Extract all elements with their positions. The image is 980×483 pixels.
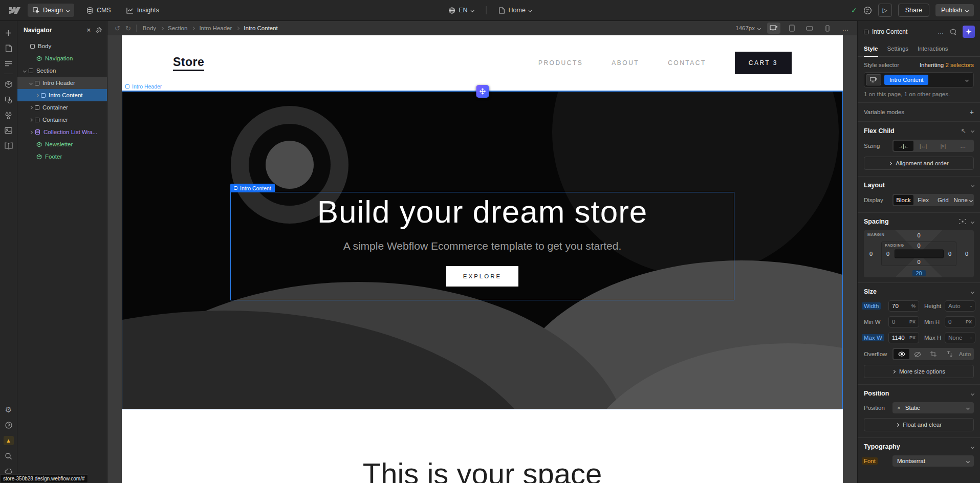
margin-bottom-value[interactable]: 20: [912, 270, 925, 276]
viewport-width-selector[interactable]: 1467px: [735, 25, 760, 31]
max-height-input[interactable]: None -: [945, 332, 975, 343]
pages-icon[interactable]: [0, 40, 17, 56]
min-width-input[interactable]: 0 PX: [888, 316, 919, 327]
libraries-icon[interactable]: [0, 138, 17, 153]
tree-item-collection-list[interactable]: Collection List Wra...: [17, 126, 107, 138]
add-element-icon[interactable]: [0, 25, 17, 40]
collapse-icon[interactable]: [29, 105, 33, 109]
position-dropdown[interactable]: × Static: [892, 402, 974, 413]
add-variable-mode-icon[interactable]: +: [970, 108, 974, 116]
tree-item-intro-content[interactable]: Intro Content: [17, 89, 107, 101]
selector-input[interactable]: Intro Content: [864, 72, 974, 87]
canvas-viewport[interactable]: Store PRODUCTS ABOUT CONTACT CART 3: [107, 35, 857, 483]
collapse-icon[interactable]: [29, 118, 33, 121]
ai-assistant-button[interactable]: [963, 26, 975, 38]
margin-right-value[interactable]: 0: [965, 251, 968, 257]
display-block-option[interactable]: Block: [894, 195, 913, 205]
tab-style[interactable]: Style: [864, 42, 878, 56]
breadcrumb-section[interactable]: Section: [168, 25, 187, 31]
settings-icon[interactable]: ⚙: [0, 402, 17, 418]
tree-item-container[interactable]: Container: [17, 101, 107, 114]
breadcrumb-intro-header[interactable]: Intro Header: [199, 25, 232, 31]
inheriting-count[interactable]: 2 selectors: [945, 62, 974, 68]
padding-bottom-value[interactable]: 0: [917, 259, 920, 265]
pin-icon[interactable]: [96, 27, 102, 33]
cart-button[interactable]: CART 3: [735, 52, 792, 74]
select-parent-icon[interactable]: ↖: [961, 127, 966, 135]
font-dropdown[interactable]: Montserrat: [892, 455, 974, 467]
chevron-down-icon[interactable]: [971, 391, 974, 395]
cms-button[interactable]: CMS: [81, 4, 116, 17]
help-icon[interactable]: [0, 418, 17, 433]
flex-more-icon[interactable]: …: [953, 141, 973, 151]
publish-button[interactable]: Publish: [935, 4, 974, 16]
flex-none-icon[interactable]: |×|: [933, 141, 953, 151]
chevron-down-icon[interactable]: [971, 290, 974, 293]
width-input[interactable]: 70 %: [888, 300, 919, 312]
more-breakpoints-icon[interactable]: …: [839, 23, 852, 34]
chevron-down-icon[interactable]: [971, 129, 974, 133]
variables-icon[interactable]: [0, 107, 17, 123]
explore-button[interactable]: EXPLORE: [446, 266, 518, 287]
breakpoint-tablet-icon[interactable]: [785, 23, 798, 34]
tree-item-footer[interactable]: Footer: [17, 150, 107, 163]
redo-icon[interactable]: ↻: [125, 25, 131, 32]
preview-button[interactable]: ▷: [878, 4, 892, 17]
insights-button[interactable]: Insights: [121, 4, 164, 17]
expand-icon[interactable]: [29, 81, 33, 84]
intro-content-element[interactable]: Intro Content Build your dream store A s…: [230, 192, 734, 300]
components-icon[interactable]: [0, 77, 17, 92]
assets-icon[interactable]: [0, 123, 17, 138]
drag-handle[interactable]: [476, 85, 489, 98]
expand-icon[interactable]: [23, 69, 27, 72]
more-size-options-button[interactable]: More size options: [864, 365, 974, 378]
nav-link-products[interactable]: PRODUCTS: [538, 59, 583, 67]
collapse-icon[interactable]: [29, 130, 33, 134]
close-icon[interactable]: ×: [86, 26, 91, 34]
search-icon[interactable]: [0, 448, 17, 464]
padding-top-value[interactable]: 0: [917, 243, 920, 249]
tab-interactions[interactable]: Interactions: [918, 42, 948, 56]
locale-switcher[interactable]: EN: [443, 4, 478, 17]
max-width-input[interactable]: 1140 PX: [888, 332, 919, 343]
chevron-down-icon[interactable]: [971, 445, 974, 448]
min-height-input[interactable]: 0 PX: [945, 316, 975, 327]
selector-class-pill[interactable]: Intro Content: [884, 75, 928, 85]
undo-icon[interactable]: ↺: [115, 25, 120, 32]
display-grid-option[interactable]: Grid: [933, 195, 953, 205]
height-input[interactable]: Auto -: [945, 300, 975, 312]
element-settings-icon[interactable]: …: [938, 28, 944, 35]
site-logo[interactable]: Store: [173, 55, 204, 71]
float-clear-button[interactable]: Float and clear: [864, 418, 974, 431]
breakpoint-phone-landscape-icon[interactable]: [803, 23, 816, 34]
padding-left-value[interactable]: 0: [886, 251, 889, 257]
margin-left-value[interactable]: 0: [869, 251, 873, 257]
share-button[interactable]: Share: [898, 4, 929, 17]
design-mode-button[interactable]: Design: [28, 4, 74, 17]
display-none-option[interactable]: None: [953, 195, 973, 205]
comments-button[interactable]: [863, 6, 872, 15]
tree-item-section[interactable]: Section: [17, 64, 107, 77]
tree-item-body[interactable]: Body: [17, 40, 107, 52]
tree-item-navigation[interactable]: Navigation: [17, 52, 107, 64]
tab-settings[interactable]: Settings: [887, 42, 909, 56]
overflow-visible-icon[interactable]: [894, 349, 909, 359]
webflow-logo[interactable]: [9, 7, 20, 14]
flex-grow-icon[interactable]: |↔|: [913, 141, 933, 151]
chevron-down-icon[interactable]: [965, 78, 969, 81]
overflow-hidden-icon[interactable]: [909, 349, 925, 359]
intro-header-section[interactable]: Intro Header Intro Content Build your dr…: [122, 91, 843, 409]
chevron-down-icon[interactable]: [971, 183, 974, 187]
create-component-icon[interactable]: [949, 28, 957, 36]
clear-icon[interactable]: ×: [897, 405, 901, 411]
chevron-down-icon[interactable]: [971, 219, 974, 223]
tree-item-intro-header[interactable]: Intro Header: [17, 77, 107, 89]
collapse-icon[interactable]: [35, 93, 39, 97]
breadcrumb-intro-content[interactable]: Intro Content: [244, 25, 277, 31]
nav-link-about[interactable]: ABOUT: [612, 59, 639, 67]
spacing-settings-icon[interactable]: [959, 218, 966, 225]
styles-icon[interactable]: [0, 92, 17, 107]
overflow-auto-option[interactable]: Auto: [957, 349, 973, 359]
alignment-order-button[interactable]: Alignment and order: [864, 157, 974, 170]
flex-shrink-icon[interactable]: →|←: [894, 141, 913, 151]
